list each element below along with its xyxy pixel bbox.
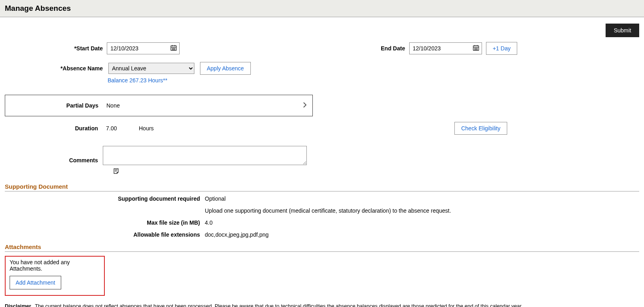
max-size-value: 4.0 xyxy=(205,219,639,226)
check-eligibility-button[interactable]: Check Eligibility xyxy=(454,122,507,135)
balance-row: Balance 267.23 Hours** xyxy=(108,77,639,84)
chevron-right-icon xyxy=(303,102,307,109)
absence-name-label: *Absence Name xyxy=(5,65,103,72)
max-size-row: Max file size (in MB) 4.0 xyxy=(5,219,639,226)
attachments-highlight-box: You have not added any Attachments. Add … xyxy=(5,256,105,296)
apply-absence-button[interactable]: Apply Absence xyxy=(200,62,251,75)
partial-days-value: None xyxy=(103,102,312,109)
note-icon[interactable] xyxy=(113,169,120,176)
disclaimer-row: Disclaimer The current balance does not … xyxy=(5,303,639,307)
plus-one-day-button[interactable]: +1 Day xyxy=(486,42,518,55)
duration-label: Duration xyxy=(5,125,103,132)
disclaimer-label: Disclaimer xyxy=(5,303,31,307)
supporting-required-label: Supporting document required xyxy=(5,195,205,202)
ext-label: Allowable file extensions xyxy=(5,231,205,238)
header-bar: Manage Absences xyxy=(0,0,644,17)
duration-row: Duration 7.00 Hours Check Eligibility xyxy=(5,122,639,135)
start-date-input-wrap xyxy=(107,42,180,54)
supporting-hint-row: Upload one supporting document (medical … xyxy=(5,207,639,214)
end-date-label: End Date xyxy=(381,45,405,52)
supporting-required-row: Supporting document required Optional xyxy=(5,195,639,202)
absence-name-row: *Absence Name Annual Leave Apply Absence xyxy=(5,62,639,75)
duration-value: 7.00 xyxy=(103,125,139,132)
balance-link[interactable]: Balance 267.23 Hours** xyxy=(108,77,167,84)
page-title: Manage Absences xyxy=(5,4,71,12)
attachments-header: Attachments xyxy=(5,243,639,252)
comments-icon-row xyxy=(113,167,639,176)
absence-name-select[interactable]: Annual Leave xyxy=(108,63,194,74)
comments-label: Comments xyxy=(5,157,103,165)
start-date-label: *Start Date xyxy=(5,45,103,52)
end-date-input[interactable] xyxy=(409,42,482,54)
partial-days-label: Partial Days xyxy=(5,102,103,109)
start-date-input[interactable] xyxy=(107,42,180,54)
end-date-input-wrap xyxy=(409,42,482,54)
disclaimer-text: The current balance does not reflect abs… xyxy=(35,303,523,307)
supporting-required-value: Optional xyxy=(205,195,639,202)
ext-row: Allowable file extensions doc,docx,jpeg,… xyxy=(5,231,639,238)
date-row: *Start Date End Date xyxy=(5,42,639,55)
submit-button[interactable]: Submit xyxy=(606,24,639,37)
start-date-block: *Start Date xyxy=(5,42,249,54)
add-attachment-button[interactable]: Add Attachment xyxy=(10,276,61,289)
submit-row: Submit xyxy=(5,24,639,37)
ext-value: doc,docx,jpeg,jpg,pdf,png xyxy=(205,231,639,238)
comments-input[interactable] xyxy=(103,146,307,165)
attachments-empty-msg: You have not added any Attachments. xyxy=(10,259,100,272)
partial-days-panel[interactable]: Partial Days None xyxy=(5,95,313,116)
partial-days-row: Partial Days None xyxy=(5,95,312,116)
comments-row: Comments xyxy=(5,146,639,165)
supporting-document-header: Supporting Document xyxy=(5,183,639,191)
end-date-block: End Date +1 Day xyxy=(381,42,517,55)
duration-unit: Hours xyxy=(139,125,154,132)
max-size-label: Max file size (in MB) xyxy=(5,219,205,226)
supporting-hint: Upload one supporting document (medical … xyxy=(205,207,639,214)
content-area: Submit *Start Date End Date xyxy=(0,17,644,307)
